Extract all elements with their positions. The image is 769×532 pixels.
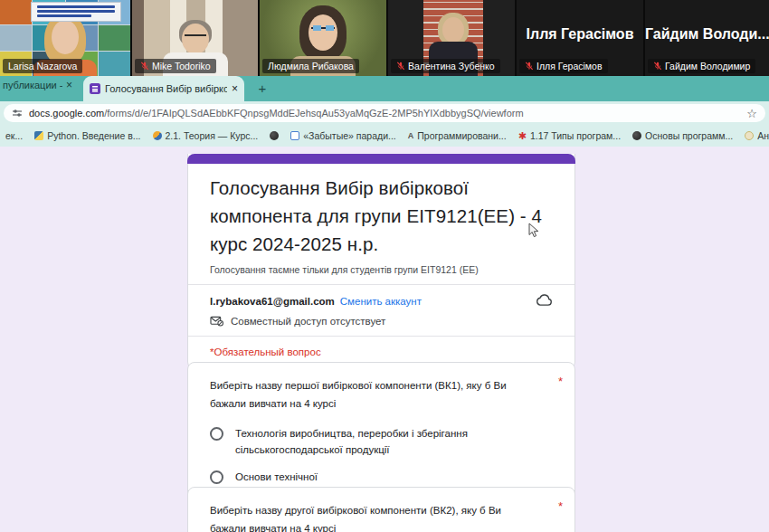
bookmark-star-icon[interactable]: ☆ [746,108,757,119]
browser-address-row: docs.google.com/forms/d/e/1FAIpQLSdAEbbK… [0,101,769,125]
zoom-video-strip: Larisa Nazarova Mike Todoriko Людмила Ри… [0,0,769,76]
participant-name-tag: Валентина Зубенко [391,59,500,74]
bookmark-label: Программировани... [417,130,506,141]
tab-close-icon[interactable]: × [66,80,72,90]
participant-name-tag: Гайдим Володимир [648,59,755,74]
python-bookmark-icon [34,131,43,140]
radio-button-icon[interactable] [210,427,223,441]
form-description: Голосування таємне тільки для студентів … [210,264,553,275]
glasses-glare [313,25,321,31]
bookmark-item[interactable]: Основы программ... [632,130,733,141]
form-header-accent-bar [187,154,575,164]
bookmark-label: Англо-руский пере... [757,130,769,141]
glasses-glare [326,25,334,31]
participant-name-tag: Людмила Рибакова [262,59,359,74]
not-shared-icon [210,315,223,327]
participant-display-name: Гайдим Володи... [645,26,769,43]
required-asterisk: * [558,499,563,513]
browser-tab-bar: публикации - Zoom × Голосування Вибір ви… [0,76,769,101]
bookmark-label: «Забытые» паради... [303,130,395,141]
mic-muted-icon [653,62,662,71]
bookmarks-bar: ек... Python. Введение в... 2.1. Теория … [0,125,769,147]
shared-status-text: Совместный доступ отсутствует [231,316,385,327]
participant-display-name: Ілля Герасімов [517,26,643,43]
url-path: /forms/d/e/1FAIpQLSdAEbbKFQnpsgMddEJehsq… [104,108,523,119]
participant-name-label: Mike Todoriko [152,62,211,71]
option-label: Основи технічної [235,470,534,486]
divider [188,284,574,285]
bookmark-label: Python. Введение в... [47,130,140,141]
bookmark-label: Основы программ... [645,130,733,141]
letter-bookmark-icon: А [408,131,414,140]
bookmark-item[interactable]: Англо-руский пере... [745,130,769,141]
bookmark-item[interactable]: «Забытые» паради... [290,130,395,141]
video-tile-illia-herasimov[interactable]: Ілля Герасімов Ілля Герасімов [517,0,643,76]
participant-name-tag: Larisa Nazarova [3,59,82,74]
participant-name-tag: Ілля Герасімов [519,59,608,74]
participant-face [52,20,79,54]
background-slide-banner [31,2,121,22]
participant-face [309,14,337,51]
participant-name-label: Валентина Зубенко [408,62,495,71]
mic-muted-icon [396,62,405,71]
form-page: Голосування Вибір вибіркової компонента … [0,147,769,532]
participant-face [182,24,209,54]
page-bookmark-icon [290,131,299,140]
glasses [185,34,206,38]
bookmark-label: 1.17 Типы програм... [530,130,621,141]
url-text: docs.google.com/forms/d/e/1FAIpQLSdAEbbK… [29,108,740,119]
new-tab-button[interactable]: + [253,81,271,97]
globe-bookmark-icon [632,131,641,140]
participant-name-tag: Mike Todoriko [135,59,216,74]
bookmark-item[interactable] [270,131,279,140]
option-label: Технологія виробництва, переробки і збер… [235,426,534,459]
participant-name-label: Larisa Nazarova [8,62,77,71]
bookmark-item[interactable]: Python. Введение в... [34,130,140,141]
bookmark-item[interactable]: ✱1.17 Типы програм... [518,130,621,141]
switch-account-link[interactable]: Сменить аккаунт [340,296,422,307]
radio-button-icon[interactable] [210,470,223,484]
flower-bookmark-icon: ✱ [518,131,527,141]
participant-name-label: Ілля Герасімов [536,62,603,71]
tab-close-icon[interactable]: × [232,83,238,94]
course-bookmark-icon [153,131,162,140]
globe-bookmark-icon [270,131,279,140]
radio-option[interactable]: Основи технічної [210,470,553,486]
radio-option[interactable]: Технологія виробництва, переробки і збер… [210,426,553,459]
question-text: Виберіть назву першої вибіркової компоне… [210,377,537,413]
mouse-cursor [528,223,539,238]
tab-title: публикации - Zoom [3,80,62,90]
video-tile-larisa-nazarova[interactable]: Larisa Nazarova [0,0,130,76]
url-domain: docs.google.com [29,108,104,119]
google-forms-favicon-icon [90,83,100,94]
bookmark-item[interactable]: ек... [5,130,23,141]
account-email: l.rybakova61@gmail.com [210,296,335,307]
question-text: Виберіть назву другої вибіркової компоне… [210,502,537,532]
participant-name-label: Гайдим Володимир [665,62,750,71]
bookmark-item[interactable]: АПрограммировани... [408,130,507,141]
question-card-1: * Виберіть назву першої вибіркової компо… [187,362,575,505]
required-asterisk: * [558,375,563,388]
question-card-2: * Виберіть назву другої вибіркової компо… [187,487,575,532]
bookmark-label: ек... [5,130,23,141]
tab-title: Голосування Вибір вибірково [105,83,227,94]
mic-muted-icon [525,62,534,71]
tab-google-form-active[interactable]: Голосування Вибір вибірково × [83,76,244,101]
video-tile-valentyna-zubenko[interactable]: Валентина Зубенко [388,0,515,76]
video-tile-haidym-volodymyr[interactable]: Гайдим Володи... Гайдим Володимир [645,0,769,76]
site-settings-tune-icon[interactable] [12,108,23,119]
saved-to-drive-cloud-icon [535,294,553,308]
address-bar[interactable]: docs.google.com/forms/d/e/1FAIpQLSdAEbbK… [4,104,765,122]
participant-name-label: Людмила Рибакова [268,62,354,71]
screen: Larisa Nazarova Mike Todoriko Людмила Ри… [0,0,769,532]
video-tile-mike-todoriko[interactable]: Mike Todoriko [132,0,258,76]
tab-zoom-publications[interactable]: публикации - Zoom × [0,80,78,90]
bookmark-item[interactable]: 2.1. Теория — Курс... [153,130,259,141]
dictionary-bookmark-icon [745,131,754,140]
form-title-card: Голосування Вибір вибіркової компонента … [187,154,575,369]
mic-muted-icon [140,62,149,71]
bookmark-label: 2.1. Теория — Курс... [166,130,259,141]
video-tile-liudmyla-rybakova[interactable]: Людмила Рибакова [260,0,386,76]
form-title: Голосування Вибір вибіркової компонента … [210,174,553,258]
